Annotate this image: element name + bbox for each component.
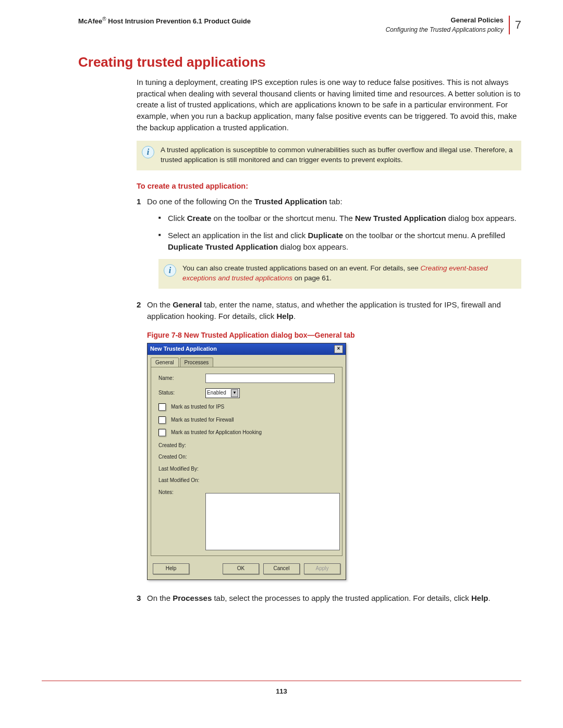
note-text-1: A trusted application is susceptible to …	[161, 145, 515, 165]
label-modified-by: Last Modified By:	[158, 465, 335, 473]
close-icon[interactable]: ×	[334, 345, 343, 353]
guide-title: Host Intrusion Prevention 6.1 Product Gu…	[106, 17, 251, 25]
dialog-new-trusted-application: New Trusted Application × General Proces…	[147, 343, 346, 580]
step-3: 3 On the Processes tab, select the proce…	[137, 593, 521, 604]
dialog-panel: Name: Status: Enabled ▼	[151, 367, 342, 556]
chevron-down-icon: ▼	[231, 389, 238, 397]
label-status: Status:	[158, 389, 205, 397]
notes-textarea[interactable]	[205, 493, 340, 550]
footer-rule	[42, 681, 521, 681]
label-app-hooking: Mark as trusted for Application Hooking	[171, 429, 262, 437]
step1-bullet-2: Select an application in the list and cl…	[158, 230, 521, 253]
note-text-2: You can also create trusted applications…	[182, 263, 515, 283]
label-firewall: Mark as trusted for Firewall	[171, 416, 234, 424]
checkbox-firewall[interactable]	[158, 416, 166, 424]
dialog-tabs: General Processes	[151, 357, 342, 368]
ok-button[interactable]: OK	[223, 563, 259, 574]
intro-paragraph: In tuning a deployment, creating IPS exc…	[137, 77, 521, 133]
step1-bullets: Click Create on the toolbar or the short…	[158, 213, 521, 253]
label-created-by: Created By:	[158, 442, 335, 450]
header-separator	[509, 16, 510, 34]
brand: McAfee	[78, 17, 102, 25]
header-subsection: Configuring the Trusted Applications pol…	[386, 26, 504, 34]
label-modified-on: Last Modified On:	[158, 477, 335, 485]
header-right: General Policies Configuring the Trusted…	[386, 16, 504, 34]
procedure-heading: To create a trusted application:	[137, 181, 521, 192]
step1-text-a: Do one of the following On the	[147, 197, 254, 206]
label-created-on: Created On:	[158, 453, 335, 461]
figure-caption: Figure 7-8 New Trusted Application dialo…	[147, 330, 521, 340]
label-ips: Mark as trusted for IPS	[171, 403, 224, 411]
registered-icon: ®	[102, 16, 106, 22]
note-box-1: i A trusted application is susceptible t…	[137, 141, 521, 170]
step1-text-b: tab:	[327, 197, 342, 206]
header-section: General Policies	[386, 16, 504, 26]
step-1: 1 Do one of the following On the Trusted…	[137, 196, 521, 289]
tab-processes[interactable]: Processes	[180, 357, 214, 368]
step1-bullet-1: Click Create on the toolbar or the short…	[158, 213, 521, 224]
dialog-title: New Trusted Application	[150, 345, 217, 353]
step1-bold-a: Trusted Application	[254, 197, 327, 206]
procedure-list: 1 Do one of the following On the Trusted…	[137, 196, 521, 604]
name-input[interactable]	[205, 374, 335, 383]
page-header: McAfee® Host Intrusion Prevention 6.1 Pr…	[78, 16, 521, 34]
info-icon: i	[142, 146, 154, 157]
header-left: McAfee® Host Intrusion Prevention 6.1 Pr…	[78, 16, 251, 27]
help-button[interactable]: Help	[153, 563, 189, 574]
tab-general[interactable]: General	[151, 357, 179, 368]
dialog-titlebar: New Trusted Application ×	[148, 343, 346, 355]
section-title: Creating trusted applications	[78, 53, 521, 72]
status-select[interactable]: Enabled ▼	[205, 388, 240, 398]
info-icon: i	[164, 264, 176, 276]
body-column: In tuning a deployment, creating IPS exc…	[137, 77, 521, 604]
chapter-number: 7	[515, 16, 521, 34]
cancel-button[interactable]: Cancel	[263, 563, 300, 574]
checkbox-app-hooking[interactable]	[158, 429, 166, 436]
page: McAfee® Host Intrusion Prevention 6.1 Pr…	[0, 0, 563, 728]
step-2: 2 On the General tab, enter the name, st…	[137, 299, 521, 580]
note-box-2: i You can also create trusted applicatio…	[158, 259, 521, 289]
page-number: 113	[0, 687, 563, 697]
label-name: Name:	[158, 375, 205, 382]
header-right-wrap: General Policies Configuring the Trusted…	[386, 16, 521, 34]
checkbox-ips[interactable]	[158, 403, 166, 411]
apply-button[interactable]: Apply	[304, 563, 340, 574]
